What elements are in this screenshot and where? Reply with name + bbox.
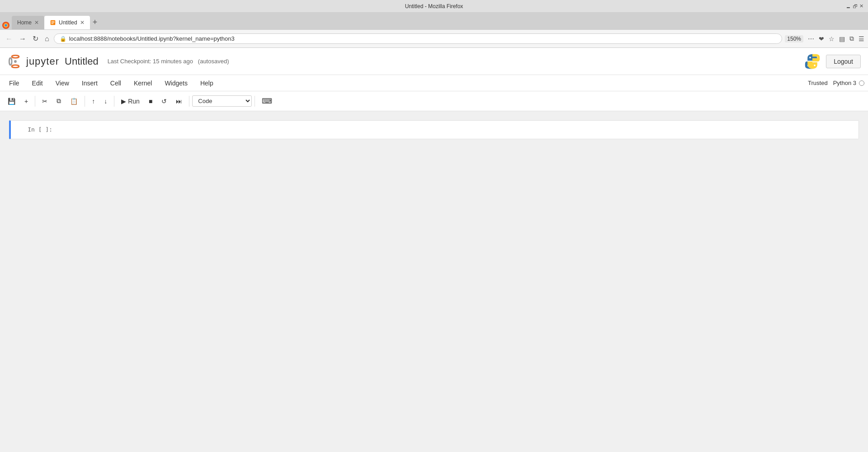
tab-bar: Home ✕ Untitled ✕ + [0, 13, 868, 30]
browser-title: Untitled - Mozilla Firefox [405, 3, 463, 9]
tab-untitled-label: Untitled [59, 19, 77, 26]
move-up-button[interactable]: ↑ [88, 95, 99, 107]
jupyter-logo-text: jupyter [26, 56, 59, 67]
cell-input-1[interactable] [56, 121, 859, 139]
run-icon: ▶ [121, 98, 126, 105]
notebook-area: In [ ]: [0, 111, 868, 452]
header-right: Logout [804, 53, 861, 70]
svg-point-11 [809, 56, 811, 58]
menu-icon[interactable]: ☰ [859, 35, 864, 42]
copy-icon: ⧉ [57, 97, 61, 105]
new-tab-button[interactable]: + [90, 18, 100, 26]
svg-point-10 [14, 60, 17, 63]
menu-file[interactable]: File [4, 77, 25, 89]
toolbar-sep-1 [35, 96, 35, 107]
sidebar-icon[interactable]: ▤ [839, 35, 845, 42]
tab-home[interactable]: Home ✕ [12, 16, 44, 29]
kernel-info: Python 3 [833, 80, 864, 86]
menu-bar: File Edit View Insert Cell Kernel Widget… [0, 75, 868, 91]
checkpoint-info: Last Checkpoint: 15 minutes ago (autosav… [108, 58, 229, 65]
trusted-badge: Trusted [808, 80, 828, 86]
plus-icon: + [24, 98, 28, 105]
menu-insert[interactable]: Insert [76, 77, 103, 89]
svg-point-7 [12, 55, 19, 58]
jupyter-app: jupyter Untitled Last Checkpoint: 15 min… [0, 48, 868, 452]
back-button[interactable]: ← [4, 34, 14, 44]
menu-bar-right: Trusted Python 3 [808, 80, 864, 86]
menu-cell[interactable]: Cell [105, 77, 127, 89]
jupyter-logo: jupyter [7, 53, 59, 70]
address-bar: ← → ↻ ⌂ 🔒 150% ⋯ ❤ ☆ ▤ ⧉ ☰ [0, 30, 868, 48]
save-icon: 💾 [8, 98, 15, 105]
menu-edit[interactable]: Edit [27, 77, 48, 89]
paste-button[interactable]: 📋 [66, 95, 82, 107]
checkpoint-text: Last Checkpoint: 15 minutes ago [108, 58, 193, 65]
cell-type-select[interactable]: Code Markdown Raw NBConvert Heading [192, 95, 252, 107]
menu-widgets[interactable]: Widgets [159, 77, 193, 89]
tab-untitled[interactable]: Untitled ✕ [44, 16, 90, 29]
cut-button[interactable]: ✂ [38, 95, 52, 107]
home-button[interactable]: ⌂ [43, 34, 51, 44]
stop-button[interactable]: ■ [145, 95, 156, 107]
arrow-down-icon: ↓ [104, 98, 107, 105]
cell-label-text: In [ ]: [28, 126, 52, 133]
pocket-icon[interactable]: ❤ [819, 35, 824, 42]
browser-toolbar-icons: 150% ⋯ ❤ ☆ ▤ ⧉ ☰ [785, 35, 864, 42]
run-button[interactable]: ▶ Run [117, 95, 144, 107]
jupyter-logo-icon [7, 53, 24, 70]
header-left: jupyter Untitled Last Checkpoint: 15 min… [7, 53, 229, 70]
svg-point-8 [12, 65, 19, 67]
svg-point-12 [814, 64, 816, 66]
firefox-icon [2, 21, 10, 29]
stop-icon: ■ [149, 98, 152, 105]
restart-button[interactable]: ↺ [157, 95, 171, 107]
run-label: Run [128, 98, 140, 105]
restart-icon: ↺ [161, 98, 167, 105]
svg-point-9 [9, 58, 12, 65]
logout-button[interactable]: Logout [826, 55, 861, 68]
jupyter-header: jupyter Untitled Last Checkpoint: 15 min… [0, 48, 868, 75]
address-input-wrap: 🔒 [54, 33, 783, 44]
kernel-status-icon [859, 80, 864, 86]
svg-rect-5 [52, 22, 55, 23]
tab-home-label: Home [17, 19, 32, 26]
more-button[interactable]: ⋯ [808, 35, 814, 42]
svg-point-2 [5, 24, 7, 26]
browser-titlebar: Untitled - Mozilla Firefox 🗕 🗗 ✕ [0, 0, 868, 13]
toolbar-sep-3 [114, 96, 114, 107]
move-down-button[interactable]: ↓ [100, 95, 111, 107]
autosaved-text: (autosaved) [198, 58, 229, 65]
python-logo [804, 53, 821, 70]
browser-logo [2, 21, 10, 29]
bookmark-icon[interactable]: ☆ [829, 35, 835, 42]
keyboard-icon: ⌨ [262, 97, 272, 105]
forward-button[interactable]: → [17, 34, 28, 44]
notebook-title[interactable]: Untitled [65, 56, 99, 67]
keyboard-button[interactable]: ⌨ [258, 94, 276, 108]
menu-kernel[interactable]: Kernel [128, 77, 157, 89]
svg-rect-4 [52, 21, 55, 22]
toolbar: 💾 + ✂ ⧉ 📋 ↑ ↓ ▶ Run [0, 91, 868, 111]
window-resize-icon[interactable]: ⧉ [849, 35, 854, 42]
tab-untitled-favicon [50, 19, 56, 26]
tab-untitled-close[interactable]: ✕ [80, 20, 85, 25]
menu-view[interactable]: View [50, 77, 75, 89]
cut-icon: ✂ [42, 98, 47, 105]
toolbar-sep-2 [85, 96, 85, 107]
tab-home-close[interactable]: ✕ [34, 20, 39, 25]
svg-rect-6 [52, 24, 54, 24]
restart-run-button[interactable]: ⏭ [172, 95, 186, 107]
address-input[interactable] [69, 35, 777, 42]
paste-icon: 📋 [70, 98, 78, 105]
window-controls: 🗕 🗗 ✕ [846, 3, 863, 9]
save-button[interactable]: 💾 [4, 95, 19, 107]
toolbar-sep-5 [255, 96, 255, 107]
add-cell-button[interactable]: + [20, 95, 32, 107]
lock-icon: 🔒 [60, 36, 66, 42]
arrow-up-icon: ↑ [92, 98, 95, 105]
restart-run-icon: ⏭ [176, 98, 182, 105]
copy-button[interactable]: ⧉ [52, 95, 65, 107]
menu-help[interactable]: Help [195, 77, 219, 89]
refresh-button[interactable]: ↻ [31, 33, 40, 44]
cell-1: In [ ]: [9, 120, 859, 139]
